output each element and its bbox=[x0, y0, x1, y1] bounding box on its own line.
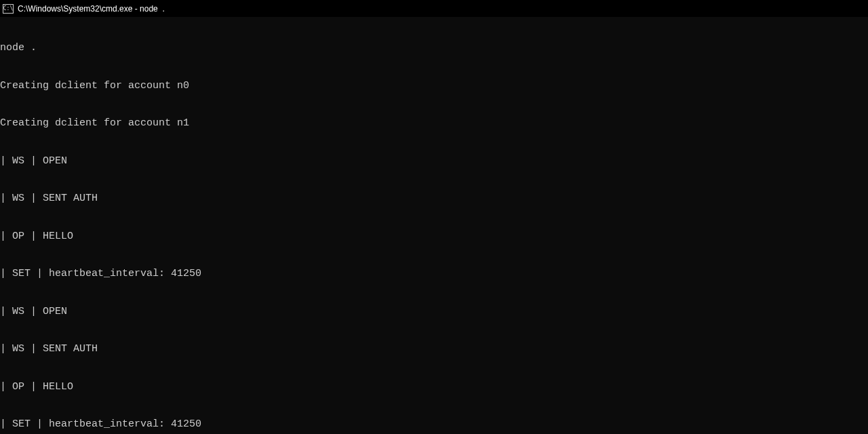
cmd-icon: C:\ bbox=[3, 4, 14, 14]
terminal-line: Creating dclient for account n1 bbox=[0, 117, 868, 130]
terminal-output[interactable]: node . Creating dclient for account n0 C… bbox=[0, 17, 868, 434]
terminal-line: | OP | HELLO bbox=[0, 231, 868, 243]
terminal-line: node . bbox=[0, 42, 868, 55]
cmd-icon-text: C:\ bbox=[3, 6, 13, 12]
terminal-line: | SET | heartbeat_interval: 41250 bbox=[0, 418, 868, 431]
window-titlebar[interactable]: C:\ C:\Windows\System32\cmd.exe - node . bbox=[0, 0, 868, 17]
terminal-line: | OP | HELLO bbox=[0, 381, 868, 394]
terminal-line: | WS | OPEN bbox=[0, 306, 868, 319]
terminal-line: | SET | heartbeat_interval: 41250 bbox=[0, 268, 868, 281]
window-title: C:\Windows\System32\cmd.exe - node . bbox=[18, 4, 165, 14]
terminal-line: | WS | OPEN bbox=[0, 155, 868, 168]
terminal-line: | WS | SENT AUTH bbox=[0, 193, 868, 205]
terminal-line: | WS | SENT AUTH bbox=[0, 343, 868, 356]
terminal-line: Creating dclient for account n0 bbox=[0, 80, 868, 93]
